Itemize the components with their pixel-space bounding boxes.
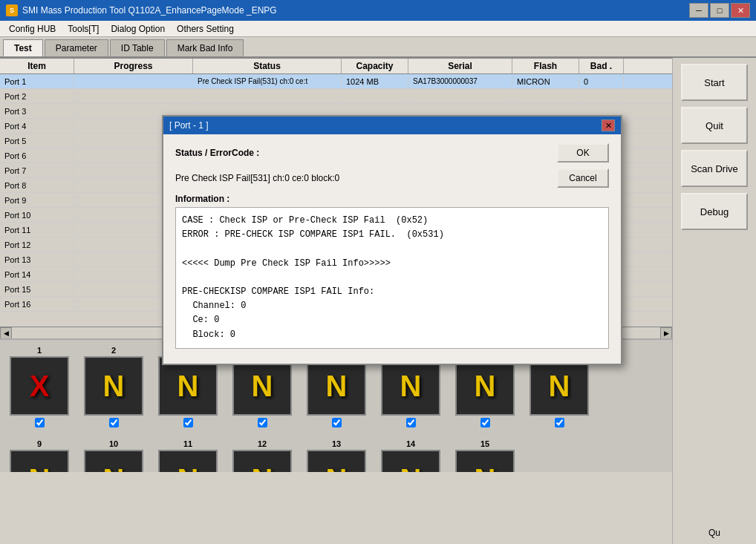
dialog-body: Status / ErrorCode : OK Pre Check ISP Fa… (163, 134, 621, 364)
info-label: Information : (175, 194, 609, 204)
dialog-title: [ Port - 1 ] (169, 120, 209, 131)
cancel-button[interactable]: Cancel (557, 168, 609, 188)
error-dialog: [ Port - 1 ] ✕ Status / ErrorCode : OK P… (162, 115, 622, 365)
status-error-text: Pre Check ISP Fail[531] ch:0 ce:0 block:… (175, 173, 550, 183)
info-text-box: CASE : Check ISP or Pre-Check ISP Fail (… (175, 207, 609, 349)
status-text-row: Pre Check ISP Fail[531] ch:0 ce:0 block:… (175, 168, 609, 188)
dialog-close-button[interactable]: ✕ (602, 119, 615, 131)
ok-button[interactable]: OK (557, 143, 609, 163)
dialog-overlay: [ Port - 1 ] ✕ Status / ErrorCode : OK P… (0, 0, 756, 544)
status-row: Status / ErrorCode : OK (175, 143, 609, 163)
status-label: Status / ErrorCode : (175, 148, 259, 158)
dialog-title-bar: [ Port - 1 ] ✕ (163, 117, 621, 134)
